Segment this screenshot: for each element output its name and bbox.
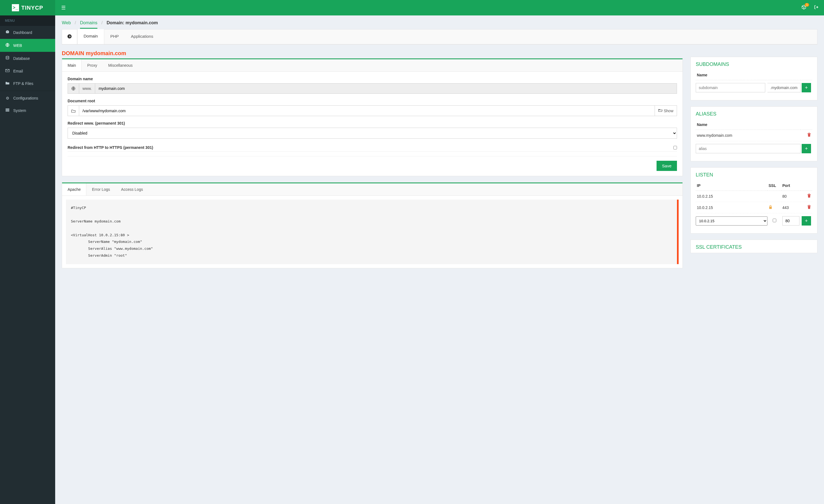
save-button[interactable]: Save — [656, 161, 677, 171]
updates-button[interactable]: 1 — [801, 5, 806, 11]
back-circle-icon — [67, 35, 72, 40]
docroot-input[interactable] — [79, 106, 655, 116]
folder-icon — [68, 106, 79, 116]
breadcrumb-web[interactable]: Web — [62, 20, 71, 25]
brand-logo[interactable]: >_ TINYCP — [0, 0, 55, 15]
sidebar-item-system[interactable]: System — [0, 104, 55, 117]
terminal-icon: >_ — [12, 4, 19, 11]
sidebar-item-ftp[interactable]: FTP & Files — [0, 77, 55, 90]
breadcrumb-domains[interactable]: Domains — [80, 20, 97, 29]
col-name: Name — [696, 120, 801, 130]
tab-back[interactable] — [62, 29, 77, 44]
domain-name-group: www. — [68, 83, 677, 94]
sidebar: MENU Dashboard WEB Database — [0, 15, 55, 504]
alias-name: www.mydomain.com — [696, 130, 801, 141]
sidebar-item-web[interactable]: WEB — [0, 39, 55, 52]
listen-ssl — [767, 191, 781, 202]
sidebar-item-database[interactable]: Database — [0, 52, 55, 65]
sidebar-item-label: System — [13, 108, 26, 113]
lock-icon — [768, 206, 772, 210]
add-subdomain-button[interactable]: + — [802, 83, 811, 92]
svg-point-1 — [6, 56, 9, 57]
subtab-main[interactable]: Main — [62, 59, 82, 72]
sidebar-item-label: Email — [13, 69, 23, 73]
col-name: Name — [696, 70, 801, 80]
listen-card: LISTEN IP SSL Port — [691, 167, 817, 234]
card-title: SUBDOMAINS — [691, 57, 817, 70]
col-port: Port — [781, 180, 801, 191]
subdomains-card: SUBDOMAINS Name .mydomain.c — [691, 57, 817, 100]
card-title: ALIASES — [691, 107, 817, 120]
sidebar-toggle[interactable]: ☰ — [55, 5, 72, 11]
sidebar-menu-header: MENU — [0, 15, 55, 26]
redirect-www-label: Redirect www. (permanent 301) — [68, 121, 677, 125]
domain-form-panel: Main Proxy Miscellaneous Domain name — [62, 58, 683, 176]
card-title: SSL CERTIFICATES — [691, 240, 817, 253]
logout-button[interactable] — [814, 5, 819, 11]
listen-port: 80 — [781, 191, 801, 202]
add-listen-button[interactable]: + — [802, 216, 811, 226]
sidebar-item-configurations[interactable]: ⚙ Configurations — [0, 92, 55, 104]
globe-icon — [5, 43, 10, 48]
listen-ssl-checkbox[interactable] — [773, 219, 776, 222]
rows-icon — [5, 108, 10, 113]
tab-applications[interactable]: Applications — [125, 29, 160, 44]
add-alias-button[interactable]: + — [802, 144, 811, 153]
www-prefix: www. — [79, 84, 95, 94]
listen-port-input[interactable] — [782, 216, 800, 226]
breadcrumb-current: Domain: mydomain.com — [106, 20, 158, 25]
breadcrumb: Web / Domains / Domain: mydomain.com — [62, 20, 817, 25]
subtab-miscellaneous[interactable]: Miscellaneous — [103, 59, 138, 72]
sidebar-item-label: WEB — [13, 43, 22, 48]
show-docroot-button[interactable]: Show — [655, 106, 677, 116]
svg-rect-3 — [5, 110, 9, 111]
cog-icon: ⚙ — [5, 96, 10, 100]
table-row: www.mydomain.com — [696, 130, 812, 141]
globe-icon — [68, 84, 79, 94]
primary-tabs-panel: Domain PHP Applications — [62, 29, 817, 45]
apache-config-code[interactable]: #TinyCP ServerName mydomain.com <Virtual… — [66, 200, 679, 264]
logtab-apache[interactable]: Apache — [62, 183, 86, 196]
col-ip: IP — [696, 180, 767, 191]
sidebar-item-dashboard[interactable]: Dashboard — [0, 26, 55, 39]
domain-name-label: Domain name — [68, 77, 677, 81]
sidebar-item-email[interactable]: Email — [0, 65, 55, 77]
domain-name-input[interactable] — [95, 84, 677, 94]
main-content: Web / Domains / Domain: mydomain.com Dom… — [55, 15, 824, 504]
delete-listen-button[interactable] — [807, 206, 811, 210]
folder-icon — [5, 81, 10, 86]
signout-icon — [814, 5, 819, 10]
tab-domain[interactable]: Domain — [77, 29, 104, 44]
logtab-access[interactable]: Access Logs — [116, 183, 148, 196]
sidebar-separator — [0, 91, 55, 91]
col-ssl: SSL — [767, 180, 781, 191]
gauge-icon — [5, 30, 10, 35]
updates-badge: 1 — [805, 3, 809, 7]
table-row: 10.0.2.15 443 — [696, 202, 812, 214]
svg-rect-4 — [5, 111, 9, 112]
docroot-label: Document root — [68, 99, 677, 103]
logtab-error[interactable]: Error Logs — [86, 183, 115, 196]
redirect-www-select[interactable]: Disabled — [68, 128, 677, 139]
section-title: DOMAIN mydomain.com — [62, 50, 683, 56]
brand-text: TINYCP — [21, 5, 43, 11]
database-icon — [5, 56, 10, 61]
sidebar-item-label: Database — [13, 56, 30, 60]
logs-panel: Apache Error Logs Access Logs #TinyCP Se… — [62, 182, 683, 268]
listen-ip: 10.0.2.15 — [696, 202, 767, 214]
subdomain-suffix: .mydomain.com — [767, 83, 801, 92]
tab-php[interactable]: PHP — [104, 29, 125, 44]
redirect-https-checkbox[interactable] — [674, 146, 677, 149]
listen-port: 443 — [781, 202, 801, 214]
folder-open-icon — [658, 108, 662, 113]
subdomain-input[interactable] — [696, 83, 765, 92]
card-title: LISTEN — [691, 168, 817, 180]
listen-ip-select[interactable]: 10.0.2.15 — [696, 217, 767, 226]
delete-listen-button[interactable] — [807, 194, 811, 199]
sub-tabs: Main Proxy Miscellaneous — [62, 58, 683, 72]
redirect-https-label: Redirect from HTTP to HTTPS (permanent 3… — [68, 145, 153, 150]
sidebar-item-label: Configurations — [13, 96, 38, 100]
subtab-proxy[interactable]: Proxy — [82, 59, 103, 72]
delete-alias-button[interactable] — [807, 133, 811, 138]
alias-input[interactable] — [696, 144, 801, 153]
